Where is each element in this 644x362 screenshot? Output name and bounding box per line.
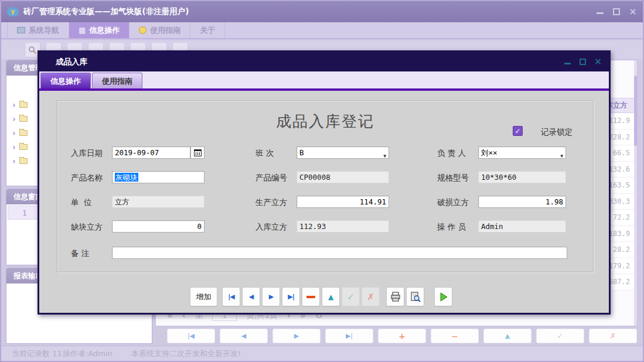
vertical-scrollbar[interactable] — [634, 60, 637, 326]
preview-button[interactable] — [406, 287, 424, 306]
preview-icon — [410, 292, 421, 302]
produced-volume-input[interactable]: 114.91 — [297, 196, 389, 208]
clock-icon — [139, 26, 146, 34]
window-icon — [17, 27, 25, 33]
remark-input[interactable] — [112, 247, 567, 259]
cell-value: 72.2 — [613, 210, 630, 226]
last-icon: ▶| — [288, 293, 294, 300]
spec-label: 规格型号 — [437, 173, 469, 183]
nav-add-button[interactable]: + — [378, 329, 426, 343]
next-record-button[interactable]: ▶ — [262, 287, 280, 306]
run-button[interactable] — [434, 287, 452, 306]
first-icon: |◀ — [188, 332, 195, 340]
info-window-tab-1[interactable]: 1 — [8, 206, 42, 220]
manager-label: 负 责 人 — [437, 148, 466, 159]
chevron-right-icon: › — [12, 128, 16, 138]
next-icon: ▶ — [269, 293, 273, 300]
nav-cancel-button[interactable]: ✗ — [589, 329, 637, 343]
nav-next-button[interactable]: ▶ — [272, 329, 321, 343]
manager-select[interactable]: 刘×× ▼ — [478, 146, 566, 159]
stored-volume-field: 112.93 — [297, 220, 389, 233]
cell-value: 66.5 — [613, 145, 630, 161]
nav-first-button[interactable]: |◀ — [167, 329, 215, 343]
restore-icon[interactable] — [612, 8, 621, 16]
folder-icon — [19, 144, 28, 150]
play-icon — [439, 292, 448, 302]
dialog-tab-info-operation[interactable]: 信息操作 — [40, 73, 91, 88]
nav-last-button[interactable]: ▶| — [325, 329, 373, 343]
tab-label: 信息操作 — [89, 25, 120, 36]
scrollbar-thumb[interactable] — [634, 76, 637, 146]
window-title: 砖厂管理系统专业版——加气块版(非注册用户) — [23, 6, 189, 17]
edit-record-button[interactable]: ▲ — [322, 287, 340, 306]
nav-edit-button[interactable]: ▲ — [483, 329, 531, 343]
chevron-right-icon: › — [12, 156, 16, 166]
dialog-toolbar: 增加 |◀ ◀ ▶ ▶| ▲ ✓ ✗ — [190, 287, 454, 306]
minimize-icon[interactable] — [596, 8, 604, 16]
record-navigator: |◀ ◀ ▶ ▶| + − ▲ ✓ ✗ — [167, 329, 637, 343]
search-icon — [28, 46, 37, 54]
product-name-input[interactable]: 灰砌块 — [112, 171, 205, 183]
check-icon: ✓ — [557, 332, 564, 340]
calendar-icon — [194, 149, 202, 156]
dialog-close-icon[interactable]: × — [594, 58, 602, 66]
shift-value: B — [299, 148, 304, 157]
minus-icon: − — [451, 332, 458, 341]
tab-user-guide[interactable]: 使用指南 — [130, 22, 190, 38]
operator-field-label: 操 作 员 — [437, 222, 466, 233]
cell-value: 179.2 — [609, 258, 630, 274]
unit-label: 单 位 — [71, 197, 92, 208]
operator-label: 操作者:Admin — [63, 349, 113, 359]
chevron-down-icon[interactable]: ▼ — [560, 151, 563, 159]
cross-icon: ✗ — [367, 292, 374, 302]
record-lock-label: 记录锁定 — [541, 127, 573, 138]
folder-icon — [19, 102, 28, 108]
date-picker-button[interactable] — [190, 146, 205, 159]
edit-up-icon: ▲ — [328, 293, 333, 301]
menu-bar: 系统导航 ▦ 信息操作 使用指南 关于 — [1, 22, 643, 39]
app-window: y 砖厂管理系统专业版——加气块版(非注册用户) × 系统导航 ▦ 信息操作 使… — [0, 0, 644, 362]
cell-value: 112.9 — [609, 113, 630, 129]
record-lock-checkbox[interactable]: ✓ — [513, 126, 523, 136]
dialog-body: 成品入库登记 ✓ 记录锁定 入库日期 2019-09-07 班 次 B ▼ 负 … — [39, 91, 609, 313]
prev-icon: ◀ — [249, 293, 253, 300]
add-button[interactable]: 增加 — [190, 287, 217, 306]
stock-in-form: 成品入库登记 ✓ 记录锁定 入库日期 2019-09-07 班 次 B ▼ 负 … — [57, 100, 594, 272]
nav-delete-button[interactable]: − — [431, 329, 479, 343]
first-icon: |◀ — [228, 293, 234, 300]
stored-volume-label: 入库立方 — [255, 222, 287, 233]
stock-in-dialog: 成品入库 × 信息操作 使用指南 成品入库登记 ✓ 记录锁定 入库日期 2019… — [38, 50, 611, 315]
last-record-button[interactable]: ▶| — [282, 287, 300, 306]
chevron-down-icon[interactable]: ▼ — [383, 151, 386, 159]
missing-volume-label: 缺块立方 — [71, 222, 103, 233]
dialog-tab-user-guide[interactable]: 使用指南 — [92, 73, 142, 88]
nav-prev-button[interactable]: ◀ — [220, 329, 268, 343]
cell-value: 132.6 — [609, 162, 630, 177]
cancel-button: ✗ — [362, 287, 380, 306]
prev-record-button[interactable]: ◀ — [242, 287, 260, 306]
cell-value: 163.5 — [609, 177, 630, 193]
nav-confirm-button[interactable]: ✓ — [536, 329, 584, 343]
missing-volume-input[interactable]: 0 — [112, 220, 205, 233]
check-icon: ✓ — [514, 127, 520, 135]
product-code-label: 产品编号 — [255, 173, 287, 183]
damaged-volume-input[interactable]: 1.98 — [478, 196, 566, 208]
print-button[interactable] — [386, 287, 404, 306]
last-icon: ▶| — [346, 332, 353, 340]
status-bar: 当前记录数 11 操作者:Admin 本系统支持二次开发和全新开发! — [1, 346, 643, 361]
grid-icon: ▦ — [79, 26, 86, 34]
tab-about[interactable]: 关于 — [190, 22, 225, 38]
close-icon[interactable]: × — [629, 8, 637, 16]
tab-label: 使用指南 — [150, 25, 180, 36]
shift-select[interactable]: B ▼ — [297, 146, 389, 159]
delete-record-button[interactable] — [302, 287, 320, 306]
tab-system-navigation[interactable]: 系统导航 — [7, 22, 69, 38]
produced-volume-label: 生产立方 — [255, 197, 287, 208]
tab-information-operation[interactable]: ▦ 信息操作 — [69, 22, 130, 38]
cell-value: 330.3 — [609, 194, 630, 210]
first-record-button[interactable]: |◀ — [222, 287, 240, 306]
dialog-maximize-icon[interactable] — [579, 58, 587, 66]
cell-value: 587.2 — [609, 274, 630, 290]
dialog-minimize-icon[interactable] — [564, 58, 571, 66]
in-date-input[interactable]: 2019-09-07 — [112, 146, 190, 159]
